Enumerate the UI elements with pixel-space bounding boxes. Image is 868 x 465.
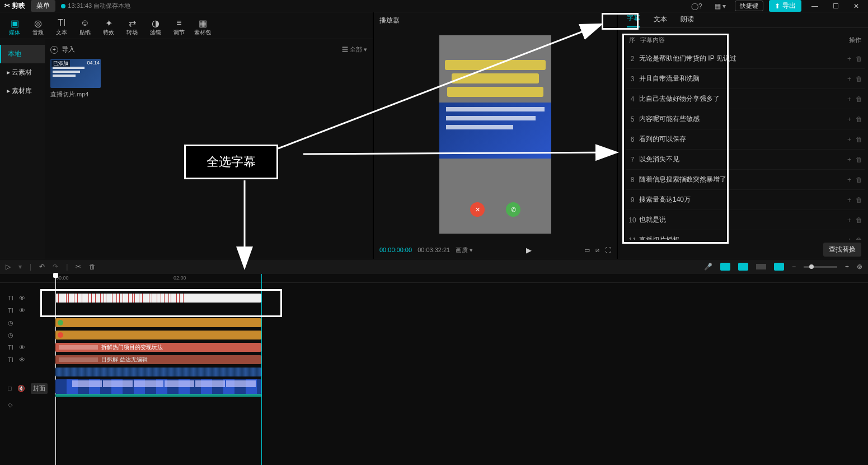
subtitle-row[interactable]: 8随着信息搜索指数突然暴增了+🗑 [626, 170, 865, 190]
sidebar-item[interactable]: ▸ 云素材 [0, 63, 45, 82]
cover-button[interactable]: 封面 [31, 383, 48, 394]
subtitle-row[interactable]: 6看到的可以保存+🗑 [626, 129, 865, 150]
menu-button[interactable]: 菜单 [31, 0, 55, 12]
top-tab-贴纸[interactable]: ☺贴纸 [74, 16, 96, 39]
text-clip-2[interactable]: 目拆解 益达无编辑 [55, 355, 261, 364]
play-button[interactable]: ▶ [526, 246, 532, 254]
audio-clip-1[interactable] [55, 318, 261, 327]
inspector-tab-字幕[interactable]: 字幕 [627, 13, 640, 27]
layout-icon[interactable]: ▦ ▾ [711, 2, 729, 10]
split-button[interactable]: ✂ [76, 263, 81, 271]
find-replace-button[interactable]: 查找替换 [823, 243, 861, 257]
fullscreen-icon[interactable]: ⛶ [605, 247, 611, 253]
subtitle-add-icon[interactable]: + [845, 156, 853, 164]
import-button[interactable]: 导入 [62, 45, 75, 54]
sort-button[interactable]: ☰ 全部 ▾ [342, 45, 367, 54]
close-button[interactable]: ✕ [849, 2, 864, 10]
subtitle-row[interactable]: 10也就是说+🗑 [626, 210, 865, 230]
subtitle-del-icon[interactable]: 🗑 [853, 236, 865, 240]
subtitle-del-icon[interactable]: 🗑 [853, 196, 865, 204]
top-tab-调节[interactable]: ≡调节 [168, 16, 190, 39]
zoom-in-icon[interactable]: + [845, 263, 849, 271]
text-clip-1[interactable]: 拆解热门项目的变现玩法 [55, 343, 261, 352]
video-overlay-clip[interactable] [55, 368, 261, 376]
tl-mode-2[interactable] [738, 263, 748, 271]
subtitle-add-icon[interactable]: + [845, 136, 853, 143]
eye-icon[interactable]: 👁 [19, 295, 25, 301]
subtitle-add-icon[interactable]: + [845, 95, 853, 103]
timeline-panel: ▷ ▾ | ↶ ↷ | ✂ 🗑 🎤 − + ⊚ 00:00 02:00 TI👁 … [0, 259, 868, 465]
top-tab-转场[interactable]: ⇄转场 [121, 16, 143, 39]
timeline-ruler[interactable]: 00:00 02:00 [0, 274, 868, 283]
shortcut-button[interactable]: 快捷键 [735, 1, 763, 11]
subtitle-add-icon[interactable]: + [845, 236, 853, 240]
eye-icon[interactable]: 👁 [19, 307, 25, 314]
audio-clip-2[interactable] [55, 331, 261, 340]
subtitle-row[interactable]: 4比自己去做好物分享强多了+🗑 [626, 89, 865, 109]
timeline-tracks[interactable]: TI👁 TI👁 ◷ ◷ TI👁 拆解热门项目的变现玩法 TI👁 [0, 283, 868, 465]
plus-icon[interactable]: + [50, 46, 58, 54]
top-tab-媒体[interactable]: ▣媒体 [3, 16, 26, 39]
top-tab-特效[interactable]: ✦特效 [97, 16, 120, 39]
zoom-slider[interactable] [804, 266, 837, 268]
mic-icon[interactable]: 🎤 [704, 263, 712, 271]
subtitle-row[interactable]: 7以免消失不见+🗑 [626, 150, 865, 170]
ratio-icon[interactable]: ⧄ [595, 247, 599, 254]
media-thumbnail[interactable]: 已添加 04:14 [50, 59, 101, 88]
undo-button[interactable]: ↶ [39, 263, 45, 271]
subtitle-del-icon[interactable]: 🗑 [853, 176, 865, 184]
subtitle-row[interactable]: 9搜索量高达140万+🗑 [626, 190, 865, 210]
fit-icon[interactable]: ⊚ [857, 263, 862, 271]
subtitle-del-icon[interactable]: 🗑 [853, 216, 865, 224]
top-tab-素材包[interactable]: ▦素材包 [191, 16, 214, 39]
top-tab-文本[interactable]: TI文本 [50, 16, 73, 39]
subtitle-row[interactable]: 3并且自带流量和洗脑+🗑 [626, 69, 865, 89]
subtitle-add-icon[interactable]: + [845, 55, 853, 63]
pointer-tool[interactable]: ▷ [6, 263, 11, 271]
main-video-clip[interactable] [55, 379, 261, 394]
sidebar-item[interactable]: 本地 [0, 45, 45, 63]
media-item[interactable]: 已添加 04:14 直播切片.mp4 [50, 59, 367, 99]
tl-mode-3[interactable] [756, 264, 766, 269]
mute-icon[interactable]: 🔇 [17, 385, 25, 392]
sidebar-item[interactable]: ▸ 素材库 [0, 82, 45, 100]
ratio-button[interactable]: 画质 ▾ [456, 246, 473, 254]
tl-mode-1[interactable] [720, 263, 730, 271]
subtitle-add-icon[interactable]: + [845, 216, 853, 224]
subtitle-del-icon[interactable]: 🗑 [853, 55, 865, 63]
subtitle-text: 以免消失不见 [639, 155, 845, 164]
subtitle-row[interactable]: 11直播切片授权+🗑 [626, 230, 865, 240]
eye-icon[interactable]: 👁 [19, 344, 25, 351]
zoom-out-icon[interactable]: − [792, 263, 796, 271]
subtitle-track-clip[interactable] [55, 294, 261, 303]
subtitle-add-icon[interactable]: + [845, 196, 853, 204]
subtitle-del-icon[interactable]: 🗑 [853, 95, 865, 103]
delete-button[interactable]: 🗑 [89, 263, 96, 271]
subtitle-add-icon[interactable]: + [845, 115, 853, 123]
maximize-button[interactable]: ☐ [828, 2, 843, 10]
track-fx: ◇ [0, 398, 868, 411]
subtitle-row[interactable]: 5内容呢可能有些敏感+🗑 [626, 109, 865, 129]
subtitle-del-icon[interactable]: 🗑 [853, 115, 865, 123]
tl-mode-4[interactable] [774, 263, 784, 271]
text-track-icon: TI [8, 307, 13, 314]
tab-icon: ▣ [3, 18, 26, 28]
minimize-button[interactable]: — [807, 2, 823, 10]
subtitle-del-icon[interactable]: 🗑 [853, 75, 865, 83]
preview-canvas[interactable]: ✕ ✆ [439, 35, 551, 234]
main-audio-wave[interactable] [55, 394, 261, 397]
help-icon[interactable]: ◯? [688, 2, 706, 10]
scale-icon[interactable]: ▭ [584, 247, 590, 254]
subtitle-del-icon[interactable]: 🗑 [853, 136, 865, 143]
eye-icon[interactable]: 👁 [19, 356, 25, 363]
top-tab-滤镜[interactable]: ◑滤镜 [144, 16, 167, 39]
top-tab-音频[interactable]: ◎音频 [27, 16, 49, 39]
subtitle-del-icon[interactable]: 🗑 [853, 156, 865, 164]
export-button[interactable]: ⬆ 导出 [769, 0, 801, 12]
subtitle-add-icon[interactable]: + [845, 75, 853, 83]
subtitle-add-icon[interactable]: + [845, 176, 853, 184]
inspector-tab-文本[interactable]: 文本 [654, 15, 667, 27]
inspector-tab-朗读[interactable]: 朗读 [681, 15, 694, 27]
subtitle-row[interactable]: 2无论是帮助他们带货的 IP 见识过+🗑 [626, 49, 865, 69]
redo-button[interactable]: ↷ [53, 263, 58, 271]
